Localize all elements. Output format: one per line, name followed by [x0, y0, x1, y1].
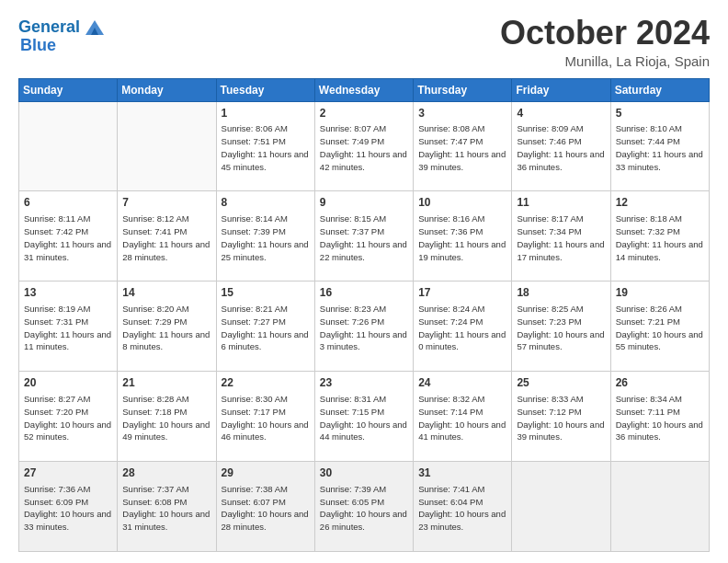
weekday-header-row: SundayMondayTuesdayWednesdayThursdayFrid… — [19, 78, 710, 101]
month-title: October 2024 — [500, 15, 710, 52]
day-info: Sunrise: 8:32 AM Sunset: 7:14 PM Dayligh… — [418, 393, 506, 443]
calendar-cell: 8Sunrise: 8:14 AM Sunset: 7:39 PM Daylig… — [216, 191, 314, 282]
location-subtitle: Munilla, La Rioja, Spain — [500, 53, 710, 69]
day-info: Sunrise: 7:38 AM Sunset: 6:07 PM Dayligh… — [222, 483, 310, 534]
calendar-table: SundayMondayTuesdayWednesdayThursdayFrid… — [18, 78, 710, 552]
day-number: 21 — [122, 375, 210, 391]
weekday-header: Sunday — [19, 78, 118, 101]
day-info: Sunrise: 8:23 AM Sunset: 7:26 PM Dayligh… — [320, 303, 408, 353]
day-info: Sunrise: 8:21 AM Sunset: 7:27 PM Dayligh… — [222, 303, 310, 353]
day-info: Sunrise: 8:11 AM Sunset: 7:42 PM Dayligh… — [24, 213, 112, 263]
day-number: 4 — [517, 106, 605, 121]
weekday-header: Friday — [512, 78, 610, 101]
day-number: 9 — [320, 195, 408, 211]
calendar-cell: 6Sunrise: 8:11 AM Sunset: 7:42 PM Daylig… — [19, 191, 118, 282]
day-info: Sunrise: 8:27 AM Sunset: 7:20 PM Dayligh… — [24, 393, 112, 443]
calendar-cell: 21Sunrise: 8:28 AM Sunset: 7:18 PM Dayli… — [118, 372, 216, 462]
day-number: 23 — [320, 375, 408, 391]
day-info: Sunrise: 8:34 AM Sunset: 7:11 PM Dayligh… — [616, 393, 704, 443]
day-number: 11 — [517, 195, 605, 211]
calendar-week-row: 27Sunrise: 7:36 AM Sunset: 6:09 PM Dayli… — [19, 462, 710, 552]
calendar-cell: 20Sunrise: 8:27 AM Sunset: 7:20 PM Dayli… — [19, 372, 118, 462]
day-info: Sunrise: 8:25 AM Sunset: 7:23 PM Dayligh… — [517, 303, 605, 353]
day-number: 2 — [320, 106, 408, 121]
calendar-cell: 25Sunrise: 8:33 AM Sunset: 7:12 PM Dayli… — [512, 372, 610, 462]
day-info: Sunrise: 7:37 AM Sunset: 6:08 PM Dayligh… — [122, 483, 210, 534]
day-number: 29 — [222, 465, 310, 481]
calendar-cell: 9Sunrise: 8:15 AM Sunset: 7:37 PM Daylig… — [314, 191, 413, 282]
calendar-cell: 19Sunrise: 8:26 AM Sunset: 7:21 PM Dayli… — [610, 282, 709, 372]
day-number: 17 — [418, 285, 506, 301]
weekday-header: Wednesday — [314, 78, 413, 101]
day-number: 13 — [24, 285, 112, 301]
calendar-cell: 11Sunrise: 8:17 AM Sunset: 7:34 PM Dayli… — [512, 191, 610, 282]
day-info: Sunrise: 8:20 AM Sunset: 7:29 PM Dayligh… — [122, 303, 210, 353]
day-info: Sunrise: 8:33 AM Sunset: 7:12 PM Dayligh… — [517, 393, 605, 443]
calendar-cell: 1Sunrise: 8:06 AM Sunset: 7:51 PM Daylig… — [216, 101, 314, 191]
calendar-week-row: 1Sunrise: 8:06 AM Sunset: 7:51 PM Daylig… — [19, 101, 710, 191]
day-number: 26 — [616, 375, 704, 391]
weekday-header: Thursday — [414, 78, 512, 101]
day-number: 15 — [222, 285, 310, 301]
day-number: 31 — [418, 465, 506, 481]
calendar-cell: 14Sunrise: 8:20 AM Sunset: 7:29 PM Dayli… — [118, 282, 216, 372]
day-info: Sunrise: 8:19 AM Sunset: 7:31 PM Dayligh… — [24, 303, 112, 353]
logo-text: General — [18, 18, 80, 37]
calendar-cell: 2Sunrise: 8:07 AM Sunset: 7:49 PM Daylig… — [314, 101, 413, 191]
logo-icon — [82, 15, 108, 40]
day-number: 19 — [616, 285, 704, 301]
day-number: 1 — [222, 106, 310, 121]
day-number: 18 — [517, 285, 605, 301]
calendar-cell: 27Sunrise: 7:36 AM Sunset: 6:09 PM Dayli… — [19, 462, 118, 552]
calendar-week-row: 6Sunrise: 8:11 AM Sunset: 7:42 PM Daylig… — [19, 191, 710, 282]
day-number: 8 — [222, 195, 310, 211]
calendar-cell: 26Sunrise: 8:34 AM Sunset: 7:11 PM Dayli… — [610, 372, 709, 462]
calendar-cell: 7Sunrise: 8:12 AM Sunset: 7:41 PM Daylig… — [118, 191, 216, 282]
calendar-cell: 15Sunrise: 8:21 AM Sunset: 7:27 PM Dayli… — [216, 282, 314, 372]
day-number: 30 — [320, 465, 408, 481]
day-number: 12 — [616, 195, 704, 211]
day-info: Sunrise: 7:41 AM Sunset: 6:04 PM Dayligh… — [418, 483, 506, 534]
day-number: 6 — [24, 195, 112, 211]
calendar-cell: 23Sunrise: 8:31 AM Sunset: 7:15 PM Dayli… — [314, 372, 413, 462]
day-number: 25 — [517, 375, 605, 391]
day-info: Sunrise: 8:28 AM Sunset: 7:18 PM Dayligh… — [122, 393, 210, 443]
day-info: Sunrise: 8:09 AM Sunset: 7:46 PM Dayligh… — [517, 122, 605, 173]
weekday-header: Saturday — [610, 78, 709, 101]
calendar-cell: 28Sunrise: 7:37 AM Sunset: 6:08 PM Dayli… — [118, 462, 216, 552]
day-info: Sunrise: 8:15 AM Sunset: 7:37 PM Dayligh… — [320, 213, 408, 263]
day-number: 3 — [418, 106, 506, 121]
calendar-cell: 13Sunrise: 8:19 AM Sunset: 7:31 PM Dayli… — [19, 282, 118, 372]
day-info: Sunrise: 8:16 AM Sunset: 7:36 PM Dayligh… — [418, 213, 506, 263]
calendar-cell: 29Sunrise: 7:38 AM Sunset: 6:07 PM Dayli… — [216, 462, 314, 552]
calendar-cell: 4Sunrise: 8:09 AM Sunset: 7:46 PM Daylig… — [512, 101, 610, 191]
calendar-cell: 22Sunrise: 8:30 AM Sunset: 7:17 PM Dayli… — [216, 372, 314, 462]
day-number: 20 — [24, 375, 112, 391]
calendar-week-row: 20Sunrise: 8:27 AM Sunset: 7:20 PM Dayli… — [19, 372, 710, 462]
day-info: Sunrise: 8:10 AM Sunset: 7:44 PM Dayligh… — [616, 122, 704, 173]
weekday-header: Monday — [118, 78, 216, 101]
calendar-cell: 16Sunrise: 8:23 AM Sunset: 7:26 PM Dayli… — [314, 282, 413, 372]
calendar-cell: 10Sunrise: 8:16 AM Sunset: 7:36 PM Dayli… — [414, 191, 512, 282]
title-block: October 2024 Munilla, La Rioja, Spain — [500, 15, 710, 69]
page: General Blue October 2024 Munilla, La Ri… — [0, 0, 728, 563]
day-info: Sunrise: 8:30 AM Sunset: 7:17 PM Dayligh… — [222, 393, 310, 443]
logo: General Blue — [18, 15, 108, 55]
day-info: Sunrise: 8:31 AM Sunset: 7:15 PM Dayligh… — [320, 393, 408, 443]
day-info: Sunrise: 8:26 AM Sunset: 7:21 PM Dayligh… — [616, 303, 704, 353]
day-info: Sunrise: 7:39 AM Sunset: 6:05 PM Dayligh… — [320, 483, 408, 534]
day-info: Sunrise: 7:36 AM Sunset: 6:09 PM Dayligh… — [24, 483, 112, 534]
logo-text2: Blue — [18, 37, 56, 55]
day-number: 7 — [122, 195, 210, 211]
calendar-cell — [512, 462, 610, 552]
calendar-cell: 30Sunrise: 7:39 AM Sunset: 6:05 PM Dayli… — [314, 462, 413, 552]
calendar-cell: 31Sunrise: 7:41 AM Sunset: 6:04 PM Dayli… — [414, 462, 512, 552]
calendar-cell: 3Sunrise: 8:08 AM Sunset: 7:47 PM Daylig… — [414, 101, 512, 191]
header: General Blue October 2024 Munilla, La Ri… — [18, 15, 710, 69]
day-number: 10 — [418, 195, 506, 211]
day-number: 5 — [616, 106, 704, 121]
day-info: Sunrise: 8:18 AM Sunset: 7:32 PM Dayligh… — [616, 213, 704, 263]
day-number: 16 — [320, 285, 408, 301]
calendar-cell: 18Sunrise: 8:25 AM Sunset: 7:23 PM Dayli… — [512, 282, 610, 372]
weekday-header: Tuesday — [216, 78, 314, 101]
